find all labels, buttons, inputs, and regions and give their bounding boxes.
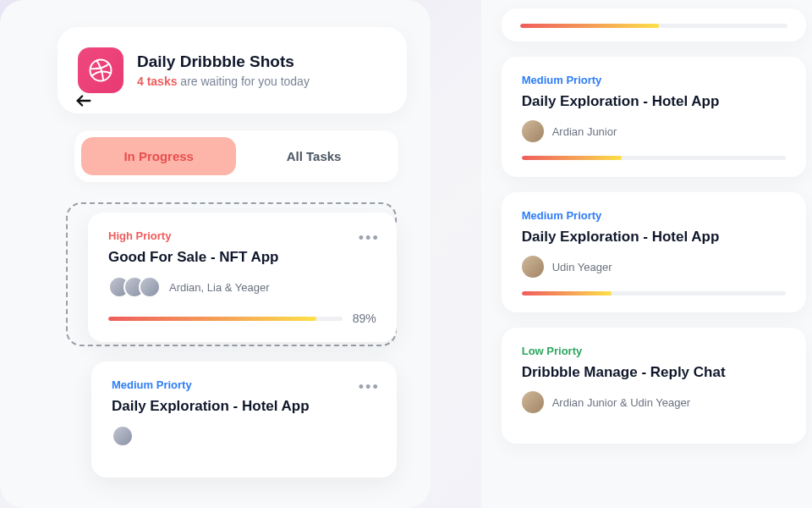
task-title: Daily Exploration - Hotel App	[522, 93, 786, 110]
task-card[interactable]: ••• High Priorty Good For Sale - NFT App…	[88, 213, 397, 342]
priority-badge: Medium Priorty	[112, 378, 376, 391]
progress-fill	[522, 156, 623, 160]
back-arrow-icon[interactable]	[74, 91, 93, 115]
progress-percent: 89%	[353, 312, 376, 325]
more-icon[interactable]: •••	[359, 229, 380, 247]
avatar	[522, 256, 544, 278]
assignee-names: Ardian Junior & Udin Yeager	[552, 396, 690, 409]
avatar-stack	[108, 276, 161, 298]
priority-badge: Medium Priorty	[522, 209, 786, 222]
progress-bar	[522, 156, 786, 160]
more-icon[interactable]: •••	[359, 378, 380, 396]
assignees-row: Udin Yeager	[522, 256, 786, 278]
dribbble-logo-icon	[78, 47, 123, 93]
progress-bar	[522, 291, 786, 295]
task-title: Daily Exploration - Hotel App	[522, 229, 786, 246]
priority-badge: High Priorty	[108, 229, 376, 242]
task-title: Daily Exploration - Hotel App	[112, 398, 376, 415]
task-count: 4 tasks	[137, 75, 177, 88]
task-card[interactable]: Medium Priorty Daily Exploration - Hotel…	[502, 192, 806, 312]
progress-fill	[520, 24, 659, 28]
assignees-row: Ardian, Lia & Yeager	[108, 276, 376, 298]
progress-fill	[522, 291, 612, 295]
assignees-row: Ardian Junior & Udin Yeager	[522, 391, 786, 413]
avatar	[139, 276, 161, 298]
task-card[interactable]: Medium Priorty Daily Exploration - Hotel…	[502, 57, 806, 177]
priority-badge: Medium Priorty	[522, 74, 786, 86]
assignees-row: Ardian Junior	[522, 120, 786, 142]
header-card: Daily Dribbble Shots 4 tasks are waiting…	[58, 27, 407, 113]
avatar	[522, 120, 544, 142]
progress-bar	[108, 317, 343, 321]
main-panel: Daily Dribbble Shots 4 tasks are waiting…	[0, 0, 431, 508]
task-card[interactable]: ••• Medium Priorty Daily Exploration - H…	[91, 362, 397, 478]
avatar	[522, 391, 544, 413]
task-title: Dribbble Manage - Reply Chat	[522, 364, 786, 381]
progress-row: 89%	[108, 312, 376, 325]
progress-bar	[520, 24, 787, 28]
tabs: In Progress All Tasks	[74, 130, 398, 182]
page-title: Daily Dribbble Shots	[137, 52, 310, 71]
priority-badge: Low Priorty	[522, 345, 786, 357]
task-title: Good For Sale - NFT App	[108, 249, 376, 266]
tab-all-tasks[interactable]: All Tasks	[236, 137, 391, 175]
avatar-stack	[112, 425, 134, 447]
progress-fill	[108, 317, 316, 321]
task-card-partial[interactable]	[502, 8, 806, 41]
assignee-names: Ardian, Lia & Yeager	[169, 281, 270, 294]
assignees-row	[112, 425, 376, 447]
avatar	[112, 425, 134, 447]
task-card[interactable]: Low Priorty Dribbble Manage - Reply Chat…	[502, 328, 806, 444]
assignee-names: Ardian Junior	[552, 125, 617, 138]
header-subtitle: 4 tasks are waiting for you today	[137, 75, 310, 88]
tab-in-progress[interactable]: In Progress	[81, 137, 236, 175]
assignee-names: Udin Yeager	[552, 261, 612, 273]
header-text: Daily Dribbble Shots 4 tasks are waiting…	[137, 52, 310, 88]
drop-zone[interactable]: ••• High Priorty Good For Sale - NFT App…	[66, 202, 397, 346]
side-panel: Medium Priorty Daily Exploration - Hotel…	[481, 0, 812, 508]
